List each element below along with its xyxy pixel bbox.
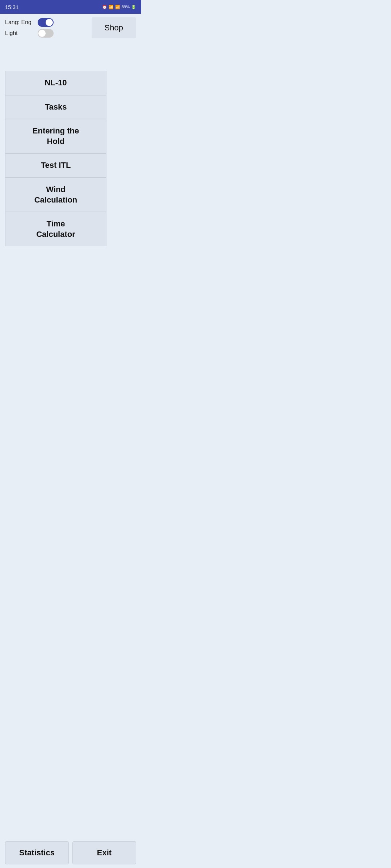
light-label: Light: [5, 30, 34, 37]
shop-button[interactable]: Shop: [92, 17, 136, 38]
alarm-icon: ⏰: [102, 5, 107, 9]
light-toggle[interactable]: [38, 29, 54, 38]
status-icons: ⏰ 📶 📶 89% 🔋: [102, 5, 136, 9]
time-calculator-button[interactable]: TimeCalculator: [5, 212, 106, 246]
status-bar: 15:31 ⏰ 📶 📶 89% 🔋: [0, 0, 141, 14]
wind-calculation-button[interactable]: WindCalculation: [5, 178, 106, 212]
light-toggle-knob: [38, 30, 46, 37]
main-content: NL-10 Tasks Entering theHold Test ITL Wi…: [0, 42, 141, 282]
battery-icon: 🔋: [131, 5, 136, 9]
lang-toggle-knob: [46, 19, 53, 26]
entering-hold-button[interactable]: Entering theHold: [5, 119, 106, 153]
menu-buttons-list: NL-10 Tasks Entering theHold Test ITL Wi…: [5, 71, 106, 246]
signal-icon: 📶: [115, 5, 120, 9]
lang-toggle[interactable]: [38, 18, 54, 27]
status-time: 15:31: [5, 4, 19, 10]
light-toggle-row: Light: [5, 29, 54, 38]
toggles-container: Lang: Eng Light: [5, 18, 54, 38]
test-itl-button[interactable]: Test ITL: [5, 153, 106, 178]
tasks-button[interactable]: Tasks: [5, 95, 106, 119]
nl10-button[interactable]: NL-10: [5, 71, 106, 95]
wifi-icon: 📶: [109, 5, 114, 9]
lang-toggle-row: Lang: Eng: [5, 18, 54, 27]
controls-row: Lang: Eng Light Shop: [0, 14, 141, 42]
lang-label: Lang: Eng: [5, 19, 34, 26]
battery-text: 89%: [122, 5, 130, 9]
